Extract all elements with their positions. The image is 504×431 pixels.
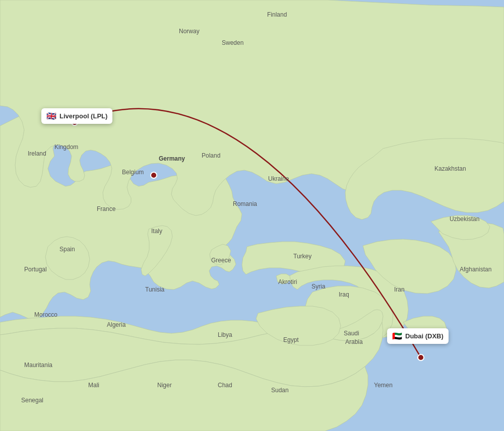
- svg-point-2: [151, 172, 157, 178]
- svg-point-3: [418, 354, 424, 361]
- svg-point-1: [72, 119, 78, 125]
- map-container: 🇬🇧 Liverpool (LPL) 🇦🇪 Dubai (DXB) Finlan…: [0, 0, 504, 431]
